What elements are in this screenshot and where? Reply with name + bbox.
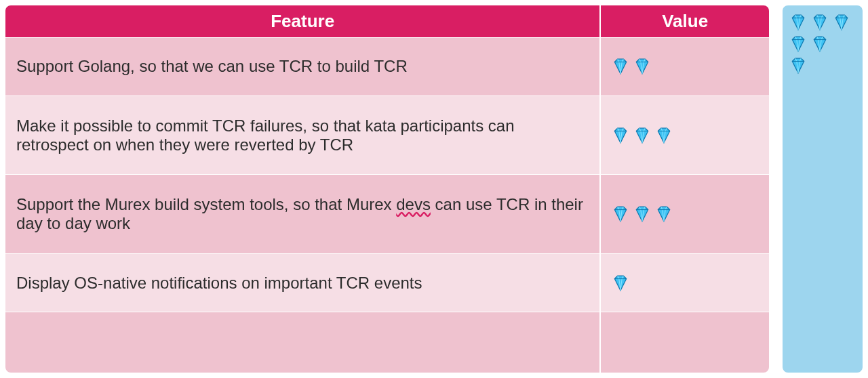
value-cell bbox=[601, 96, 769, 175]
diamond-icon bbox=[612, 127, 629, 144]
table-body: Support Golang, so that we can use TCR t… bbox=[5, 37, 769, 373]
table-row: Support Golang, so that we can use TCR t… bbox=[5, 37, 769, 96]
gem-bank-row bbox=[789, 35, 856, 53]
diamond-icon bbox=[789, 14, 807, 31]
table-row: Support the Murex build system tools, so… bbox=[5, 174, 769, 253]
value-cell bbox=[601, 174, 769, 253]
feature-value-table: Feature Value Support Golang, so that we… bbox=[5, 5, 769, 373]
diamond-icon bbox=[633, 205, 651, 223]
diamond-icon bbox=[811, 35, 829, 53]
table-row: Display OS-native notifications on impor… bbox=[5, 253, 769, 312]
feature-cell: Support Golang, so that we can use TCR t… bbox=[5, 37, 601, 96]
value-cell bbox=[601, 37, 769, 96]
gem-bank bbox=[783, 5, 863, 373]
gem-bank-row bbox=[789, 14, 856, 31]
diamond-icon bbox=[833, 14, 850, 31]
diamond-icon bbox=[633, 127, 651, 144]
diamond-icon bbox=[612, 205, 629, 223]
table-row: Make it possible to commit TCR failures,… bbox=[5, 96, 769, 175]
diamond-icon bbox=[789, 57, 807, 75]
diamond-icon bbox=[612, 274, 629, 292]
table-row bbox=[5, 312, 769, 373]
header-feature: Feature bbox=[5, 5, 601, 37]
diamond-icon bbox=[655, 127, 673, 144]
diamond-icon bbox=[811, 14, 829, 31]
feature-cell: Support the Murex build system tools, so… bbox=[5, 174, 601, 253]
diamond-icon bbox=[633, 58, 651, 75]
diamond-icon bbox=[655, 205, 673, 223]
gem-bank-row bbox=[789, 57, 856, 75]
diamond-icon bbox=[612, 58, 629, 75]
feature-cell: Display OS-native notifications on impor… bbox=[5, 253, 601, 312]
feature-cell: Make it possible to commit TCR failures,… bbox=[5, 96, 601, 175]
header-value: Value bbox=[601, 5, 769, 37]
value-cell bbox=[601, 253, 769, 312]
diamond-icon bbox=[789, 35, 807, 53]
value-cell bbox=[601, 312, 769, 373]
feature-cell bbox=[5, 312, 601, 373]
